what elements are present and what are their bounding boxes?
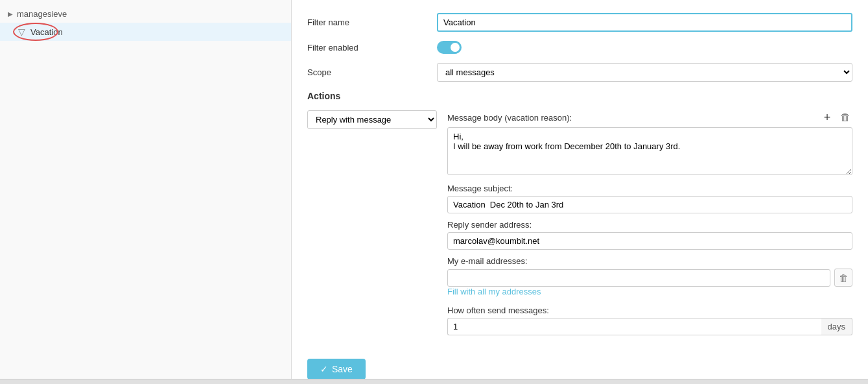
how-often-input[interactable]	[447, 318, 821, 335]
sidebar-item-vacation[interactable]: ▽ Vacation	[0, 23, 291, 41]
actions-label: Actions	[307, 91, 437, 101]
email-addresses-label: My e-mail addresses:	[447, 256, 852, 266]
toggle-wrap	[437, 41, 852, 54]
reply-sender-group: Reply sender address:	[447, 220, 852, 250]
filter-name-control	[437, 13, 852, 32]
how-often-group: How often send messages: days	[447, 306, 852, 335]
check-icon: ✓	[320, 364, 328, 374]
scope-label: Scope	[307, 67, 437, 77]
bottom-bar	[0, 379, 868, 384]
filter-icon: ▽	[18, 27, 25, 37]
action-type-select[interactable]: Reply with message Discard Move to folde…	[307, 110, 437, 129]
reply-sender-label: Reply sender address:	[447, 220, 852, 230]
reply-sender-input[interactable]	[447, 232, 852, 250]
message-subject-input[interactable]	[447, 196, 852, 213]
message-subject-group: Message subject:	[447, 184, 852, 213]
action-fields: Message body (vacation reason): + 🗑 Hi, …	[447, 110, 852, 342]
filter-enabled-label: Filter enabled	[307, 43, 437, 53]
sidebar: ▶ managesieve ▽ Vacation	[0, 0, 292, 379]
scope-select[interactable]: all messages incoming outgoing	[437, 63, 852, 82]
email-addresses-row: 🗑	[447, 269, 852, 287]
actions-row: Reply with message Discard Move to folde…	[307, 110, 852, 342]
email-addresses-group: My e-mail addresses: 🗑 Fill with all my …	[447, 256, 852, 299]
filter-name-row: Filter name	[307, 13, 852, 32]
message-body-group: Message body (vacation reason): + 🗑 Hi, …	[447, 110, 852, 177]
chevron-icon: ▶	[8, 10, 13, 18]
actions-heading-row: Actions	[307, 91, 852, 101]
how-often-label: How often send messages:	[447, 306, 852, 315]
filter-enabled-toggle[interactable]	[437, 41, 462, 54]
sidebar-manage-sieve[interactable]: ▶ managesieve	[0, 5, 291, 23]
content-area: Filter name Filter enabled Scope all mes…	[292, 0, 868, 379]
filter-name-input[interactable]	[437, 13, 852, 32]
days-label: days	[821, 318, 852, 335]
message-body-textarea[interactable]: Hi, I will be away from work from Decemb…	[447, 127, 852, 175]
action-buttons: + 🗑	[820, 110, 852, 125]
filter-name-label: Filter name	[307, 18, 437, 27]
scope-control: all messages incoming outgoing	[437, 63, 852, 82]
filter-enabled-row: Filter enabled	[307, 41, 852, 54]
manage-sieve-label: managesieve	[17, 9, 67, 19]
fill-addresses-link[interactable]: Fill with all my addresses	[447, 287, 541, 296]
scope-row: Scope all messages incoming outgoing	[307, 63, 852, 82]
email-addresses-input[interactable]	[447, 269, 830, 287]
message-body-header: Message body (vacation reason): + 🗑	[447, 110, 852, 125]
how-often-input-wrap: days	[447, 318, 852, 335]
save-label: Save	[332, 364, 353, 374]
delete-email-button[interactable]: 🗑	[834, 269, 852, 287]
delete-action-button[interactable]: 🗑	[838, 110, 852, 125]
add-action-button[interactable]: +	[820, 110, 834, 125]
message-body-label: Message body (vacation reason):	[447, 113, 572, 123]
sidebar-item-label: Vacation	[30, 27, 63, 37]
save-button[interactable]: ✓ Save	[307, 359, 366, 379]
action-type-wrap: Reply with message Discard Move to folde…	[307, 110, 437, 129]
message-subject-label: Message subject:	[447, 184, 852, 193]
